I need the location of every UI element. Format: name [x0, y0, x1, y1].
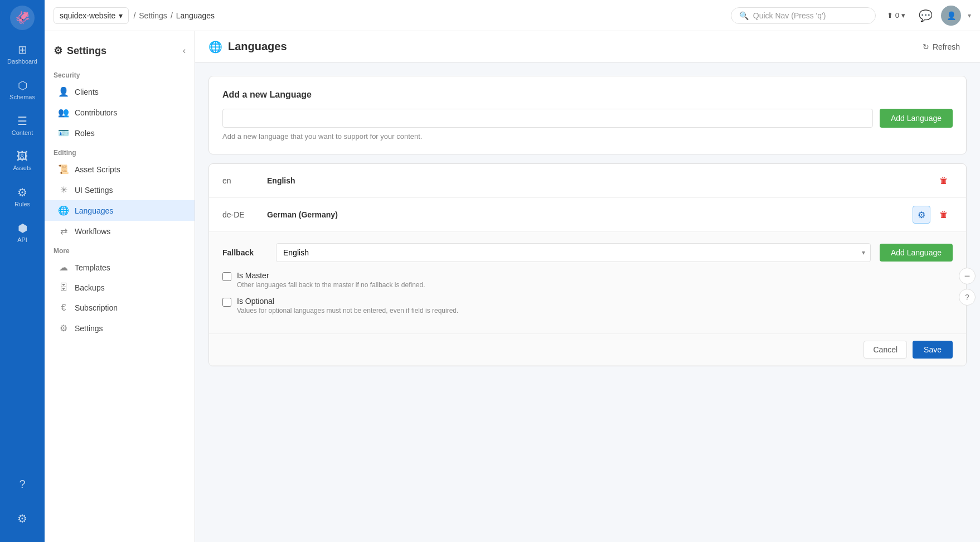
add-language-card-content: Add a new Language Add Language Add a ne… — [209, 76, 966, 154]
sidebar-label-asset-scripts: Asset Scripts — [75, 165, 120, 174]
refresh-button[interactable]: ↻ Refresh — [916, 39, 967, 55]
lang-settings-de[interactable]: ⚙ — [913, 206, 930, 224]
contributors-icon: 👥 — [58, 107, 69, 118]
avatar-initials: 👤 — [947, 11, 956, 20]
upload-chevron: ▾ — [901, 11, 905, 20]
nav-item-api[interactable]: ⬢ API — [6, 215, 39, 249]
sidebar-item-asset-scripts[interactable]: 📜 Asset Scripts — [45, 159, 195, 180]
nav-label-dashboard: Dashboard — [7, 58, 37, 65]
sidebar-item-clients[interactable]: 👤 Clients — [45, 81, 195, 102]
panel-title: 🌐 Languages — [208, 40, 287, 54]
nav-item-settings-bottom[interactable]: ⚙ — [6, 502, 39, 535]
rules-icon: ⚙ — [17, 186, 27, 199]
sidebar-item-roles[interactable]: 🪪 Roles — [45, 123, 195, 143]
app-name: squidex-website — [60, 11, 115, 20]
cancel-button[interactable]: Cancel — [863, 341, 907, 359]
is-master-text: Is Master Other languages fall back to t… — [237, 271, 425, 289]
nav-item-rules[interactable]: ⚙ Rules — [6, 180, 39, 213]
sidebar-label-backups: Backups — [75, 283, 105, 292]
sidebar-item-contributors[interactable]: 👥 Contributors — [45, 102, 195, 123]
avatar-chevron: ▾ — [968, 12, 971, 20]
nav-item-content[interactable]: ☰ Content — [6, 108, 39, 142]
is-master-checkbox[interactable] — [222, 272, 231, 281]
sidebar-collapse-button[interactable]: ‹ — [183, 46, 186, 56]
add-language-input[interactable] — [222, 109, 873, 128]
is-optional-row: Is Optional Values for optional language… — [222, 297, 953, 314]
refresh-icon: ↻ — [923, 42, 929, 51]
sidebar-label-subscription: Subscription — [75, 303, 118, 312]
sidebar-item-workflows[interactable]: ⇄ Workflows — [45, 221, 195, 241]
nav-item-assets[interactable]: 🖼 Assets — [6, 144, 39, 177]
chat-icon: 💬 — [919, 9, 933, 22]
lang-name-en: English — [267, 176, 935, 185]
search-box[interactable]: 🔍 Quick Nav (Press 'q') — [731, 7, 876, 24]
breadcrumb: / Settings / Languages — [133, 11, 215, 20]
assets-icon: 🖼 — [17, 150, 28, 163]
upload-button[interactable]: ⬆ 0 ▾ — [882, 9, 910, 22]
nav-logo[interactable]: 🦑 — [10, 6, 35, 30]
nav-item-help[interactable]: ? — [6, 467, 39, 501]
lang-actions-de: ⚙ 🗑 — [913, 206, 953, 224]
subscription-icon: € — [58, 303, 69, 313]
action-row-de: Cancel Save — [209, 333, 966, 365]
sidebar-label-clients: Clients — [75, 88, 99, 96]
hint-icon-minus[interactable]: − — [959, 268, 976, 284]
save-button[interactable]: Save — [913, 341, 953, 359]
is-master-desc: Other languages fall back to the master … — [237, 281, 425, 289]
sidebar-label-ui-settings: UI Settings — [75, 186, 113, 195]
breadcrumb-sep1: / — [133, 11, 135, 20]
nav-item-schemas[interactable]: ⬡ Schemas — [6, 72, 39, 106]
sidebar-item-backups[interactable]: 🗄 Backups — [45, 278, 195, 298]
main-panel: 🌐 Languages ↻ Refresh Add a new Language… — [195, 31, 980, 542]
sidebar-label-settings-menu: Settings — [75, 324, 103, 333]
settings-gear-icon: ⚙ — [54, 45, 62, 57]
chat-button[interactable]: 💬 — [916, 7, 934, 25]
is-optional-text: Is Optional Values for optional language… — [237, 297, 458, 314]
add-language-row: Add Language — [222, 109, 953, 128]
nav-label-api: API — [17, 236, 27, 243]
lang-delete-en[interactable]: 🗑 — [935, 172, 953, 190]
sidebar-item-languages[interactable]: 🌐 Languages — [45, 200, 195, 221]
is-optional-checkbox[interactable] — [222, 298, 231, 307]
schemas-icon: ⬡ — [18, 79, 27, 92]
dashboard-icon: ⊞ — [18, 43, 27, 56]
avatar[interactable]: 👤 — [941, 6, 961, 26]
templates-icon: ☁ — [58, 262, 69, 273]
language-list-card: en English 🗑 de-DE German (Germany) ⚙ — [208, 163, 967, 366]
search-placeholder: Quick Nav (Press 'q') — [753, 11, 826, 20]
nav-bar: 🦑 ⊞ Dashboard ⬡ Schemas ☰ Content 🖼 Asse… — [0, 0, 45, 542]
add-language-hint: Add a new language that you want to supp… — [222, 132, 953, 141]
hint-icon-question[interactable]: ? — [959, 289, 976, 306]
sidebar-item-ui-settings[interactable]: ✳ UI Settings — [45, 180, 195, 200]
add-language-de-button[interactable]: Add Language — [880, 244, 953, 262]
fallback-row: Fallback English German (Germany) ▾ Ad — [222, 243, 953, 262]
api-icon: ⬢ — [18, 221, 27, 235]
panel-title-text: Languages — [228, 40, 287, 53]
breadcrumb-settings[interactable]: Settings — [139, 11, 167, 20]
sidebar-label-languages: Languages — [75, 206, 113, 215]
sidebar-item-settings-menu[interactable]: ⚙ Settings — [45, 318, 195, 338]
fallback-select[interactable]: English German (Germany) — [276, 243, 871, 262]
ui-settings-icon: ✳ — [58, 185, 69, 195]
nav-item-dashboard[interactable]: ⊞ Dashboard — [6, 37, 39, 70]
add-language-button[interactable]: Add Language — [880, 109, 953, 128]
section-label-editing: Editing — [45, 143, 195, 159]
sidebar-label-templates: Templates — [75, 263, 110, 272]
lang-code-de: de-DE — [222, 210, 267, 219]
content-icon: ☰ — [17, 114, 27, 128]
sidebar-title: ⚙ Settings — [54, 45, 106, 57]
upload-count: 0 — [895, 11, 899, 20]
refresh-label: Refresh — [933, 42, 960, 51]
is-master-row: Is Master Other languages fall back to t… — [222, 271, 953, 289]
fallback-label: Fallback — [222, 248, 267, 257]
sidebar-item-templates[interactable]: ☁ Templates — [45, 257, 195, 278]
breadcrumb-languages: Languages — [176, 11, 215, 20]
app-selector[interactable]: squidex-website ▾ — [54, 7, 129, 24]
is-optional-desc: Values for optional languages must not b… — [237, 307, 458, 314]
search-icon: 🔍 — [739, 11, 749, 20]
lang-delete-de[interactable]: 🗑 — [935, 206, 953, 224]
sidebar-item-subscription[interactable]: € Subscription — [45, 298, 195, 318]
nav-label-rules: Rules — [14, 201, 30, 207]
lang-row-de-container: de-DE German (Germany) ⚙ 🗑 Fallba — [209, 198, 966, 366]
lang-expanded-inner-de: Fallback English German (Germany) ▾ Ad — [209, 232, 966, 333]
